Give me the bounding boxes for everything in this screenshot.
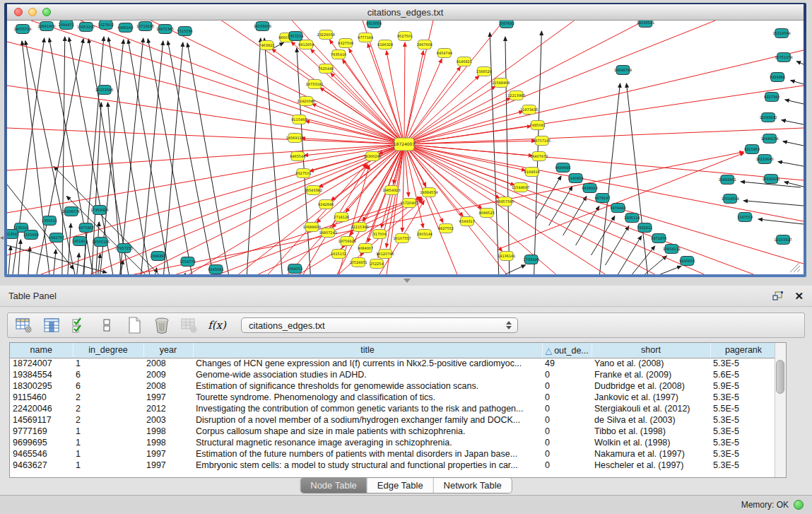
row-height-icon[interactable] (98, 316, 116, 334)
table-cell[interactable]: 5.9E-5 (710, 380, 777, 392)
graph-node[interactable]: 8938923 (582, 184, 597, 193)
graph-node[interactable]: 12215383 (351, 223, 368, 232)
graph-node[interactable]: 317004 (373, 230, 387, 239)
table-cell[interactable]: 18300295 (10, 380, 73, 392)
table-cell[interactable]: Estimation of significance thresholds fo… (193, 380, 542, 392)
graph-node[interactable]: 19384554 (420, 188, 437, 197)
graph-node[interactable]: 18733181 (306, 80, 324, 89)
table-cell[interactable]: Embryonic stem cells: a model to study s… (193, 460, 542, 471)
graph-node[interactable]: 8454749 (437, 49, 452, 58)
table-cell[interactable]: Yano et al. (2008) (592, 358, 710, 369)
graph-node[interactable]: 2087682 (499, 21, 514, 28)
graph-node[interactable]: 2803144 (417, 230, 433, 239)
graph-node[interactable]: 9115460 (291, 115, 307, 124)
graph-node[interactable]: 7932621 (637, 223, 652, 233)
graph-node[interactable]: 15992951 (719, 175, 736, 185)
column-header-name[interactable]: name (10, 343, 73, 358)
graph-node[interactable]: 1554772 (180, 257, 195, 267)
close-window-button[interactable] (14, 8, 23, 16)
table-cell[interactable]: Disruption of a novel member of a sodium… (193, 414, 542, 426)
graph-node[interactable]: 9084007 (358, 244, 373, 253)
network-canvas[interactable]: 1872400774638228660128891295423226058932… (7, 21, 804, 274)
table-cell[interactable]: 1997 (143, 392, 193, 403)
table-cell[interactable]: 19384554 (10, 369, 73, 380)
graph-node[interactable]: 1942737 (49, 233, 64, 243)
graph-node[interactable]: 12093832 (759, 113, 777, 122)
graph-node[interactable]: 12444154 (760, 134, 778, 144)
graph-node[interactable]: 2046491 (151, 252, 166, 261)
graph-node[interactable]: 15720407 (400, 199, 418, 208)
graph-node[interactable]: 7463822 (259, 41, 274, 50)
close-panel-icon[interactable]: ✕ (794, 291, 804, 301)
table-cell[interactable]: 5.3E-5 (710, 426, 777, 437)
graph-node[interactable]: 23226058 (317, 30, 335, 40)
select-all-checks-icon[interactable] (70, 316, 88, 334)
table-cell[interactable]: 0 (542, 414, 592, 426)
tab-edge-table[interactable]: Edge Table (367, 478, 434, 493)
table-row[interactable]: 1456911722003Disruption of a novel membe… (10, 414, 777, 426)
node-table[interactable]: namein_degreeyeartitle△out_de...shortpag… (10, 343, 777, 471)
table-cell[interactable]: Genome-wide association studies in ADHD. (193, 369, 542, 380)
table-cell[interactable]: Tibbo et al. (1998) (592, 426, 710, 437)
graph-node[interactable]: 9327501 (295, 169, 311, 178)
table-cell[interactable]: 2012 (143, 403, 193, 414)
graph-node[interactable]: 9245652 (679, 257, 695, 266)
graph-node[interactable]: 15218564 (772, 29, 790, 38)
graph-node[interactable]: 17957255 (115, 244, 133, 253)
delete-table-trash-icon[interactable] (153, 316, 171, 334)
graph-node[interactable]: 16033809 (254, 22, 271, 31)
table-cell[interactable]: 9463627 (10, 460, 73, 471)
graph-node[interactable]: 9327508 (338, 39, 353, 48)
graph-node[interactable]: 9245081 (208, 265, 223, 274)
graph-node[interactable]: 14055714 (13, 25, 31, 34)
graph-node[interactable]: 1615152 (331, 250, 346, 259)
table-cell[interactable]: 5.3E-5 (710, 358, 777, 369)
graph-node[interactable]: 12103327 (774, 235, 792, 245)
graph-node[interactable]: 2867608 (417, 40, 433, 49)
graph-node[interactable]: 12505185 (92, 238, 110, 247)
graph-node[interactable]: 16807243 (319, 228, 337, 238)
graph-node[interactable]: 9777169 (358, 33, 373, 42)
table-cell[interactable]: Changes of HCN gene expression and I(f) … (193, 358, 542, 369)
table-row[interactable]: 1830029562008Estimation of significance … (10, 380, 777, 392)
collapse-arrow-icon[interactable]: ◂ (0, 233, 4, 241)
graph-node[interactable]: 252254 (370, 259, 384, 269)
graph-node[interactable]: 6966160 (118, 23, 134, 33)
graph-node[interactable]: 18724007 (394, 138, 416, 151)
graph-node[interactable]: 9227343 (764, 93, 779, 102)
graph-node[interactable]: 11973435 (520, 105, 538, 115)
graph-node[interactable]: 18130541 (637, 21, 654, 28)
graph-node[interactable]: 16671365 (156, 25, 174, 34)
graph-node[interactable]: 12213985 (507, 91, 525, 100)
graph-node[interactable]: 18757185 (533, 136, 551, 146)
graph-node[interactable]: 10719185 (136, 22, 154, 31)
table-cell[interactable]: de Silva et al. (2003) (592, 414, 710, 426)
graph-node[interactable]: 8813054 (366, 21, 382, 28)
table-cell[interactable]: 0 (542, 403, 592, 414)
column-header-out-de-[interactable]: △out_de... (542, 343, 592, 358)
graph-node[interactable]: 11548408 (492, 78, 510, 88)
table-cell[interactable]: 0 (542, 448, 592, 460)
table-cell[interactable]: Investigating the contribution of common… (193, 403, 542, 414)
table-cell[interactable]: 1998 (143, 426, 193, 437)
table-cell[interactable]: Hescheler et al. (1997) (592, 460, 710, 471)
table-cell[interactable]: 49 (542, 358, 592, 369)
resize-grip[interactable] (790, 262, 800, 272)
graph-node[interactable]: 7635410 (331, 50, 346, 59)
graph-node[interactable]: 9527501 (397, 32, 413, 41)
table-row[interactable]: 969969511998Structural magnetic resonanc… (10, 437, 777, 448)
table-cell[interactable]: 0 (542, 380, 592, 392)
graph-node[interactable]: 1140954 (567, 174, 583, 183)
graph-node[interactable]: 10653287 (77, 23, 95, 32)
table-cell[interactable]: 1998 (143, 437, 193, 448)
table-cell[interactable]: Structural magnetic resonance image aver… (193, 437, 542, 448)
graph-node[interactable]: 2718126 (334, 213, 349, 222)
graph-node[interactable]: 17016504 (722, 194, 739, 204)
table-cell[interactable]: 9115460 (10, 392, 73, 403)
table-row[interactable]: 1872400712008Changes of HCN gene express… (10, 358, 777, 369)
table-cell[interactable]: Estimation of the future numbers of pati… (193, 448, 542, 460)
graph-node[interactable]: 7515536 (177, 27, 192, 36)
graph-node[interactable]: 9242848 (318, 200, 334, 209)
graph-node[interactable]: 1733426 (524, 255, 539, 264)
table-cell[interactable]: 2008 (143, 380, 193, 392)
